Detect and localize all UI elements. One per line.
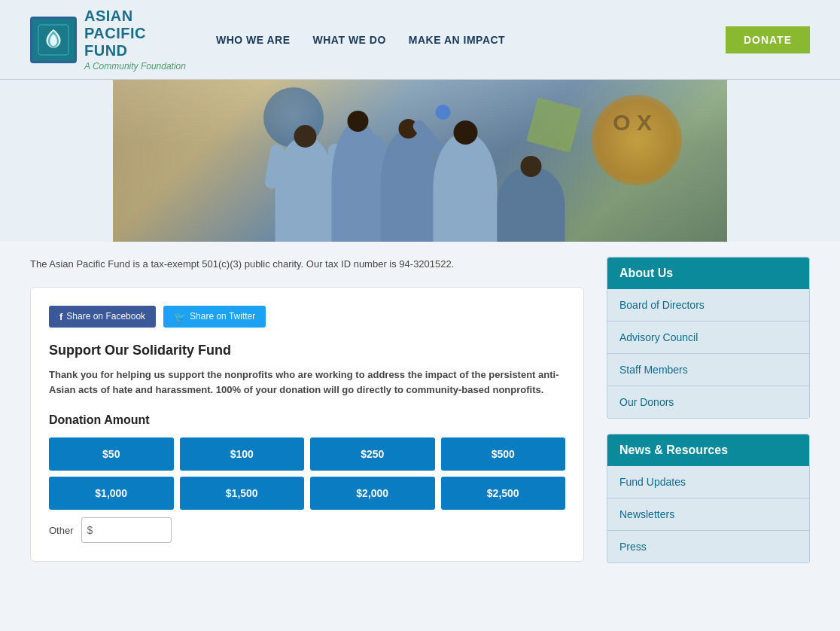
sidebar-item-staff-members[interactable]: Staff Members [607, 354, 809, 386]
amount-grid: $50 $100 $250 $500 $1,000 $1,500 $2,000 … [49, 437, 565, 510]
facebook-share-button[interactable]: f Share on Facebook [49, 306, 156, 328]
dollar-sign-icon: $ [87, 524, 93, 536]
facebook-icon: f [59, 311, 62, 322]
logo-text-area: ASIAN PACIFIC FUND A Community Foundatio… [84, 8, 186, 72]
dollar-prefix: $ [81, 517, 172, 543]
amount-250[interactable]: $250 [310, 437, 435, 471]
social-buttons: f Share on Facebook 🐦 Share on Twitter [49, 306, 565, 328]
nav-what-we-do[interactable]: WHAT WE DO [313, 34, 386, 46]
other-amount-row: Other $ [49, 517, 565, 543]
amount-50[interactable]: $50 [49, 437, 174, 471]
main-content: The Asian Pacific Fund is a tax-exempt 5… [0, 242, 840, 593]
donation-amount-label: Donation Amount [49, 413, 565, 427]
sidebar-item-newsletters[interactable]: Newsletters [607, 498, 809, 531]
amount-500[interactable]: $500 [441, 437, 566, 471]
right-sidebar: About Us Board of Directors Advisory Cou… [607, 257, 810, 578]
amount-2000[interactable]: $2,000 [310, 477, 435, 510]
sidebar-item-our-donors[interactable]: Our Donors [607, 386, 809, 418]
amount-100[interactable]: $100 [180, 437, 305, 471]
about-us-group: About Us Board of Directors Advisory Cou… [607, 257, 810, 419]
hero-image: O X [113, 80, 727, 242]
logo-icon [30, 17, 77, 63]
site-header: ASIAN PACIFIC FUND A Community Foundatio… [0, 0, 840, 80]
amount-2500[interactable]: $2,500 [441, 477, 566, 510]
fund-title: Support Our Solidarity Fund [49, 343, 565, 358]
sidebar-item-fund-updates[interactable]: Fund Updates [607, 466, 809, 498]
sidebar-item-press[interactable]: Press [607, 531, 809, 562]
fund-description: Thank you for helping us support the non… [49, 367, 565, 399]
donation-card: f Share on Facebook 🐦 Share on Twitter S… [30, 287, 584, 562]
amount-1000[interactable]: $1,000 [49, 477, 174, 510]
news-resources-header: News & Resources [607, 434, 809, 466]
amount-1500[interactable]: $1,500 [180, 477, 305, 510]
logo-area: ASIAN PACIFIC FUND A Community Foundatio… [30, 8, 186, 72]
other-amount-input[interactable] [81, 517, 172, 543]
twitter-icon: 🐦 [174, 311, 186, 322]
left-column: The Asian Pacific Fund is a tax-exempt 5… [30, 257, 584, 562]
nav-who-we-are[interactable]: WHO WE ARE [216, 34, 291, 46]
about-us-header: About Us [607, 258, 809, 289]
logo-subtitle: A Community Foundation [84, 61, 186, 72]
main-nav: WHO WE ARE WHAT WE DO MAKE AN IMPACT [216, 34, 695, 46]
donate-button[interactable]: DONATE [726, 26, 810, 53]
sidebar-item-board-of-directors[interactable]: Board of Directors [607, 289, 809, 322]
nav-make-an-impact[interactable]: MAKE AN IMPACT [409, 34, 505, 46]
other-label: Other [49, 525, 74, 536]
twitter-share-button[interactable]: 🐦 Share on Twitter [163, 306, 266, 328]
tax-info: The Asian Pacific Fund is a tax-exempt 5… [30, 257, 584, 272]
news-resources-group: News & Resources Fund Updates Newsletter… [607, 434, 810, 563]
sidebar-item-advisory-council[interactable]: Advisory Council [607, 322, 809, 354]
logo-title: ASIAN PACIFIC FUND [84, 8, 186, 59]
